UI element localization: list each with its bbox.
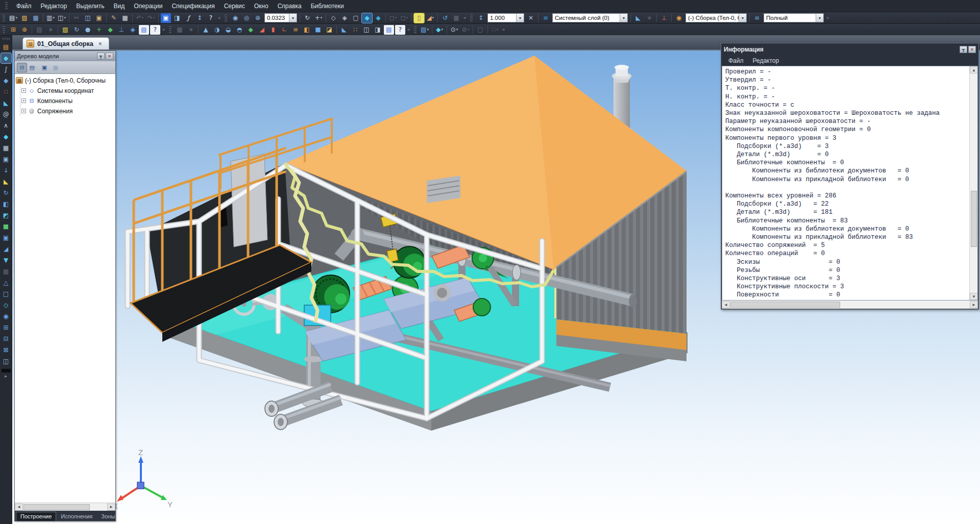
document-tab[interactable]: ▤ 01_Общая сборка × [22,37,109,49]
open-document[interactable]: ▧ [19,13,30,23]
stamp-feature[interactable]: ▦ [1,266,11,277]
toolbar-grip[interactable] [3,38,10,40]
display-shaded-edges[interactable]: ◆ [373,13,383,23]
pin-icon[interactable]: ┳ [97,53,105,60]
rebuild-model[interactable]: ▩ [451,13,461,23]
info-menu-editor[interactable]: Редактор [749,56,783,65]
measure-compass[interactable]: ∧ [1,120,11,131]
cylinder-primitive[interactable]: ● [83,25,93,35]
display-level-combo[interactable]: Полный ▾ [764,13,824,22]
tree-expander-icon[interactable]: + [21,109,26,113]
menu-libraries[interactable]: Библиотеки [306,1,349,11]
mates-check[interactable]: ⊥ [659,13,669,23]
variables-fx[interactable]: ƒ [183,13,193,23]
lock-component[interactable]: ⊠ [1,345,11,355]
dropdown-arrow-icon[interactable]: ▾ [739,14,746,22]
mirror-feature[interactable]: ∗ [186,25,196,35]
add-component-from-file[interactable]: ⊕ [19,25,30,35]
component-move[interactable]: ⊟ [1,334,11,344]
toolbar-overflow-chevron[interactable]: » [407,27,410,32]
create-component[interactable]: ⊞ [8,25,18,35]
component-copy[interactable]: ◫ [361,25,372,35]
layer-groups[interactable]: ∗ [644,13,654,23]
section-display[interactable]: ◢▾ [425,13,435,23]
close-icon[interactable]: × [106,53,113,60]
scrollbar-thumb[interactable] [730,302,840,308]
toolbar-grip[interactable] [169,26,172,34]
current-step[interactable]: ↕ [476,13,486,23]
auxiliary-geometry[interactable]: ◆ [1,132,11,142]
copy-feature[interactable]: ▦ [175,25,185,35]
toolbar-grip[interactable] [225,14,227,22]
dropdown-arrow-icon[interactable]: ▾ [289,14,297,22]
print-preview[interactable]: ◫▾ [57,13,67,23]
angle-snap[interactable]: × [526,13,536,23]
toolbar-overflow-chevron[interactable]: » [162,27,165,32]
edit-in-window[interactable]: ∗ [45,25,56,35]
solid-modeling[interactable]: ◆ [1,53,11,63]
spreadsheet[interactable]: ▦ [120,13,130,23]
tree-item-mates[interactable]: + @ Сопряжения [21,107,114,115]
chamfer-tool[interactable]: ◆ [105,25,115,35]
check-list[interactable]: ▤ [139,25,149,35]
boss-feature[interactable]: ◩ [1,210,11,220]
toolbar-overflow-chevron[interactable]: » [463,15,466,20]
revolve-boss[interactable]: ◑ [212,25,222,35]
tree-item-assembly-root[interactable]: ▦ (-) Сборка (Тел-0, Сборочны [16,76,114,85]
conditional-section[interactable]: ▨▾ [420,25,430,35]
layers[interactable]: ≡ [541,13,551,23]
model-tree-header[interactable]: Дерево модели ┳ × [15,51,115,61]
display-shaded[interactable]: ◆ [362,13,372,23]
knob-feature[interactable]: ◉ [1,311,11,321]
construction-axes[interactable]: ⊥ [116,25,127,35]
display-hidden-removed[interactable]: ◈ [339,13,350,23]
refresh-image[interactable]: ↺ [440,13,450,23]
frame-feature[interactable]: ▣ [1,233,11,243]
tent-feature[interactable]: △ [1,278,11,288]
sidebar-expand-icon[interactable]: ▸ [5,373,7,379]
scroll-right-icon[interactable]: ► [107,504,115,511]
toolbar-grip[interactable] [5,2,8,10]
cube-feature[interactable]: ◧ [1,199,11,209]
scrollbar-thumb[interactable] [23,504,90,510]
menu-file[interactable]: Файл [12,1,36,11]
tree-item-components[interactable]: + ⊟ Компоненты [21,96,114,105]
points-array[interactable]: ∷ [1,87,11,97]
solid-body-tool[interactable]: ◆▾ [434,25,445,35]
new-document[interactable]: ▤▾ [8,13,18,23]
tab-close-icon[interactable]: × [99,40,102,47]
specification-sheet[interactable]: ▦ [1,143,11,153]
dropdown-arrow-icon[interactable]: ▾ [516,14,524,22]
sheet-metal[interactable]: ◪ [324,25,334,35]
revolve-cut[interactable]: ▮ [268,25,278,35]
move-component[interactable]: ▨ [60,25,70,35]
manage-layers[interactable]: ◣ [633,13,643,23]
toolbar-overflow-chevron[interactable]: » [826,15,829,20]
swirl-feature[interactable]: ↻ [1,188,11,198]
extrude-boss[interactable]: ▲ [201,25,211,35]
measure-angle[interactable]: ⊘▾ [460,25,471,35]
part-placeholder[interactable]: ▢ [475,25,485,35]
extrude-cut[interactable]: ◢ [257,25,267,35]
zoom-selected[interactable]: ◎ [241,13,252,23]
scroll-down-icon[interactable]: ▼ [970,293,978,300]
print[interactable]: ▥▾ [45,13,56,23]
measure-distance[interactable]: ⊙▾ [449,25,459,35]
dropdown-arrow-icon[interactable]: ▾ [620,14,627,22]
hint-help[interactable]: ? [150,25,160,35]
toolbar-overflow-chevron[interactable]: » [502,27,505,32]
capture-view[interactable]: ◨ [373,25,383,35]
toolbar-grip[interactable] [414,26,416,34]
tab-postroenie[interactable]: Построение [16,512,56,521]
window-layout[interactable]: ◫ [1,356,11,366]
dropdown-arrow-icon[interactable]: ▾ [816,14,823,22]
mirror-body[interactable]: ◧ [302,25,312,35]
t ree-composition[interactable]: ▤▾ [28,63,38,72]
assembly-array[interactable]: ∷▾ [490,25,500,35]
diamond-feature[interactable]: ◇ [1,300,11,310]
menu-operations[interactable]: Операции [129,1,167,11]
characteristic-point[interactable]: + [94,25,104,35]
paste[interactable]: ▣ [94,13,104,23]
holes-array[interactable]: ∷ [350,25,360,35]
scroll-left-icon[interactable]: ◄ [722,301,730,308]
